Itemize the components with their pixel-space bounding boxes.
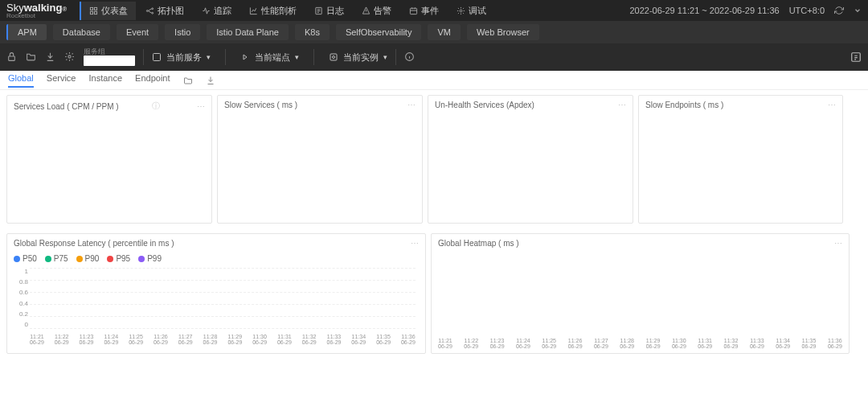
export-icon[interactable] (850, 51, 862, 63)
chevron-down-icon: ▾ (295, 53, 299, 61)
dashboard-icon (89, 6, 98, 15)
dashboard-tab[interactable]: Event (117, 24, 158, 40)
nav-item-debug[interactable]: 调试 (448, 2, 494, 20)
selector-icon (329, 52, 338, 62)
x-tick: 11:2706-29 (594, 338, 608, 350)
lock-icon[interactable] (6, 51, 18, 63)
x-tick: 11:2706-29 (178, 334, 193, 346)
x-tick: 11:2906-29 (646, 338, 661, 350)
x-tick: 11:3006-29 (672, 338, 686, 350)
chevron-down-icon: ▾ (207, 53, 211, 61)
chart-legend: P50P75P90P95P99 (14, 254, 419, 263)
selector-0[interactable]: 当前服务▾ (152, 51, 211, 64)
card-unhealth-services: Un-Health Services (Apdex) ⋯ (428, 95, 633, 224)
help-icon[interactable]: ⓘ (152, 101, 160, 112)
svg-point-4 (147, 10, 149, 11)
more-icon[interactable]: ⋯ (828, 101, 836, 109)
scope-tab[interactable]: Instance (88, 73, 122, 88)
selector-2[interactable]: 当前实例▾ (329, 51, 387, 64)
card-title: Services Load ( CPM / PPM ) (14, 102, 119, 111)
scope-tabs: GlobalServiceInstanceEndpoint (0, 71, 868, 90)
dashboard-tab[interactable]: Database (53, 24, 110, 40)
service-group-select[interactable]: 服务组 (84, 48, 135, 66)
legend-item[interactable]: P95 (107, 254, 130, 263)
folder-open-icon[interactable] (183, 76, 193, 85)
gear-icon[interactable] (64, 51, 76, 63)
more-icon[interactable]: ⋯ (834, 239, 842, 248)
dashboard-tab[interactable]: VM (428, 24, 461, 40)
selector-icon (240, 52, 250, 62)
nav-item-trace[interactable]: 追踪 (194, 2, 240, 20)
logo: Skywalking® Rocketbot (6, 2, 67, 19)
x-tick: 11:3306-29 (750, 338, 764, 350)
scope-tab[interactable]: Service (47, 73, 76, 88)
nav-item-dashboard[interactable]: 仪表盘 (80, 2, 136, 20)
legend-item[interactable]: P75 (45, 254, 68, 263)
svg-rect-13 (330, 54, 337, 60)
nav-item-event[interactable]: 事件 (401, 2, 447, 20)
legend-item[interactable]: P50 (14, 254, 37, 263)
card-title: Global Heatmap ( ms ) (438, 239, 519, 248)
svg-rect-1 (95, 7, 97, 10)
download-icon[interactable] (45, 51, 56, 63)
nav-item-profile[interactable]: 性能剖析 (241, 2, 305, 20)
toolbar: 服务组 当前服务▾当前端点▾当前实例▾ (0, 43, 868, 71)
svg-rect-10 (9, 56, 15, 60)
card-global-heatmap: Global Heatmap ( ms ) ⋯ 11:2106-2911:220… (431, 233, 850, 354)
log-icon (314, 6, 323, 15)
x-tick: 11:2506-29 (129, 334, 143, 346)
widget-row-2: Global Response Latency ( percentile in … (0, 228, 868, 359)
top-nav: Skywalking® Rocketbot 仪表盘拓扑图追踪性能剖析日志告警事件… (0, 0, 868, 21)
card-slow-services: Slow Services ( ms ) ⋯ (217, 95, 423, 224)
x-tick: 11:2906-29 (227, 334, 242, 346)
card-title: Un-Health Services (Apdex) (435, 101, 534, 109)
x-tick: 11:3206-29 (724, 338, 739, 350)
x-tick: 11:3006-29 (252, 334, 267, 346)
svg-point-6 (152, 12, 154, 14)
svg-rect-2 (91, 11, 93, 14)
debug-icon (457, 6, 465, 15)
selector-1[interactable]: 当前端点▾ (240, 51, 299, 64)
dashboard-tab[interactable]: Web Browser (467, 24, 539, 40)
x-tick: 11:2206-29 (464, 338, 478, 350)
legend-item[interactable]: P90 (76, 254, 100, 263)
selector-icon (152, 52, 162, 62)
more-icon[interactable]: ⋯ (618, 101, 626, 109)
time-range[interactable]: 2022-06-29 11:21 ~ 2022-06-29 11:36 (629, 6, 779, 15)
scope-tab[interactable]: Global (8, 73, 34, 88)
x-tick: 11:3306-29 (327, 334, 342, 346)
dashboard-tab[interactable]: Istio (165, 24, 200, 40)
legend-item[interactable]: P99 (138, 254, 162, 263)
x-tick: 11:2506-29 (542, 338, 556, 350)
nav-item-topology[interactable]: 拓扑图 (137, 2, 192, 20)
more-icon[interactable]: ⋯ (197, 102, 205, 111)
x-tick: 11:3606-29 (828, 338, 842, 350)
folder-icon[interactable] (26, 51, 37, 63)
dashboard-tab[interactable]: Istio Data Plane (207, 24, 289, 40)
download-icon[interactable] (206, 76, 215, 85)
x-tick: 11:3406-29 (776, 338, 790, 350)
trace-icon (202, 6, 211, 15)
refresh-icon[interactable] (834, 6, 844, 15)
svg-point-5 (152, 7, 154, 9)
scope-tab[interactable]: Endpoint (135, 73, 170, 88)
dashboard-tab[interactable]: APM (6, 24, 47, 40)
more-icon[interactable]: ⋯ (411, 239, 419, 248)
nav-item-log[interactable]: 日志 (306, 2, 352, 20)
info-icon[interactable] (404, 51, 416, 63)
alarm-icon (362, 6, 371, 15)
dashboard-tab[interactable]: SelfObservability (336, 24, 422, 40)
x-tick: 11:2606-29 (154, 334, 168, 346)
dashboard-tabs: APMDatabaseEventIstioIstio Data PlaneK8s… (0, 21, 868, 43)
card-title: Slow Services ( ms ) (224, 101, 297, 109)
svg-rect-3 (95, 11, 97, 14)
chevron-down-icon[interactable] (854, 6, 862, 14)
dashboard-tab[interactable]: K8s (295, 24, 330, 40)
card-services-load: Services Load ( CPM / PPM ) ⓘ ⋯ (6, 95, 212, 224)
x-tick: 11:3206-29 (302, 334, 317, 346)
x-tick: 11:2606-29 (568, 338, 583, 350)
nav-item-alarm[interactable]: 告警 (354, 2, 399, 20)
profile-icon (249, 6, 258, 15)
more-icon[interactable]: ⋯ (407, 101, 416, 109)
x-tick: 11:3106-29 (698, 338, 712, 350)
